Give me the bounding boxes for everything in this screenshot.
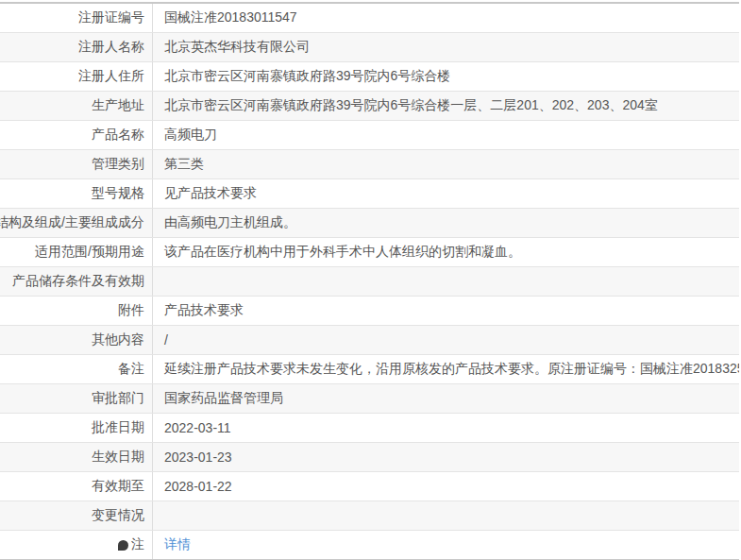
details-link[interactable]: 详情 [164,536,191,553]
row-value: 由高频电刀主机组成。 [153,209,739,237]
row-label: 生产地址 [0,92,153,120]
row-label-text: 注册人住所 [78,68,144,85]
table-row: 注册人住所北京市密云区河南寨镇政府路39号院内6号综合楼 [0,62,739,92]
row-value-text: 延续注册产品技术要求未发生变化，沿用原核发的产品技术要求。原注册证编号：国械注准… [164,361,739,378]
row-label: 结构及组成/主要组成成分 [0,209,153,237]
row-label: 注 [0,531,153,559]
row-label-text: 注 [131,536,144,553]
row-label-text: 生产地址 [92,97,144,114]
row-value [153,501,739,530]
row-value-text: / [164,332,168,348]
row-label: 变更情况 [0,501,153,530]
row-value-text: 北京市密云区河南寨镇政府路39号院内6号综合楼 [164,68,450,85]
row-label-text: 注册人名称 [78,39,144,56]
row-value: 2023-01-23 [153,443,739,471]
row-label-text: 审批部门 [92,390,144,407]
row-value-text: 2028-01-22 [164,479,232,494]
row-value-text: 该产品在医疗机构中用于外科手术中人体组织的切割和凝血。 [164,244,521,261]
table-row: 型号规格见产品技术要求 [0,179,739,209]
row-value: / [153,326,739,354]
row-label-text: 有效期至 [92,478,144,495]
table-row: 生产地址北京市密云区河南寨镇政府路39号院内6号综合楼一层、二层201、202、… [0,92,739,121]
row-value-text: 2023-01-23 [164,450,232,465]
row-label: 产品储存条件及有效期 [0,267,153,296]
row-value-text: 见产品技术要求 [164,185,257,202]
table-row: 注详情 [0,531,739,559]
table-row: 管理类别第三类 [0,150,739,179]
row-value: 见产品技术要求 [153,179,739,208]
row-value: 国械注准20183011547 [153,4,739,32]
table-row: 生效日期2023-01-23 [0,443,739,472]
row-label: 适用范围/预期用途 [0,238,153,266]
table-row: 变更情况 [0,501,739,531]
table-row: 审批部门国家药品监督管理局 [0,384,739,414]
table-row: 注册证编号国械注准20183011547 [0,4,739,33]
row-value-text: 国家药品监督管理局 [164,390,283,407]
row-value-text: 国械注准20183011547 [164,9,297,26]
note-balloon-icon [118,540,128,551]
table-row: 产品储存条件及有效期 [0,267,739,297]
row-label: 型号规格 [0,179,153,208]
row-value: 详情 [153,531,739,559]
table-row: 产品名称高频电刀 [0,121,739,150]
table-row: 有效期至2028-01-22 [0,472,739,501]
row-label: 注册人住所 [0,62,153,91]
row-label-text: 结构及组成/主要组成成分 [0,214,144,231]
row-value: 2028-01-22 [153,472,739,501]
row-label-text: 型号规格 [92,185,144,202]
row-label-text: 注册证编号 [78,9,144,26]
row-value-text: 北京市密云区河南寨镇政府路39号院内6号综合楼一层、二层201、202、203、… [164,97,658,114]
table-row: 结构及组成/主要组成成分由高频电刀主机组成。 [0,209,739,238]
row-label: 注册证编号 [0,4,153,32]
row-value: 产品技术要求 [153,297,739,325]
row-value: 高频电刀 [153,121,739,149]
table-row: 批准日期2022-03-11 [0,414,739,443]
row-value: 北京市密云区河南寨镇政府路39号院内6号综合楼一层、二层201、202、203、… [153,92,739,120]
row-label-text: 产品储存条件及有效期 [12,273,144,290]
row-value-text: 由高频电刀主机组成。 [164,214,296,231]
row-value [153,267,739,296]
row-label: 附件 [0,297,153,325]
row-label-text: 备注 [118,361,144,378]
row-value-text: 产品技术要求 [164,302,244,319]
row-label-text: 附件 [118,302,144,319]
row-value: 该产品在医疗机构中用于外科手术中人体组织的切割和凝血。 [153,238,739,266]
registration-detail-table: 注册证编号国械注准20183011547注册人名称北京英杰华科技有限公司注册人住… [0,2,739,560]
table-row: 注册人名称北京英杰华科技有限公司 [0,33,739,62]
row-value-text: 2022-03-11 [164,420,231,435]
row-label-text: 产品名称 [92,127,144,144]
row-label: 注册人名称 [0,33,153,61]
row-label: 其他内容 [0,326,153,354]
row-label: 批准日期 [0,414,153,442]
row-value: 国家药品监督管理局 [153,384,739,413]
table-row: 附件产品技术要求 [0,297,739,326]
row-label: 有效期至 [0,472,153,501]
row-label: 审批部门 [0,384,153,413]
row-label-text: 生效日期 [92,449,144,466]
row-value-text: 高频电刀 [164,127,217,144]
row-value: 北京市密云区河南寨镇政府路39号院内6号综合楼 [153,62,739,91]
row-label-text: 其他内容 [92,331,144,348]
row-label: 管理类别 [0,150,153,178]
row-value: 第三类 [153,150,739,178]
row-label: 备注 [0,355,153,383]
row-label-text: 管理类别 [92,156,144,173]
row-label-text: 批准日期 [92,419,144,436]
row-value: 延续注册产品技术要求未发生变化，沿用原核发的产品技术要求。原注册证编号：国械注准… [153,355,739,383]
row-label: 产品名称 [0,121,153,149]
row-value-text: 第三类 [164,156,204,173]
row-value-text: 北京英杰华科技有限公司 [164,39,310,56]
table-row: 其他内容/ [0,326,739,355]
table-row: 备注延续注册产品技术要求未发生变化，沿用原核发的产品技术要求。原注册证编号：国械… [0,355,739,384]
table-row: 适用范围/预期用途该产品在医疗机构中用于外科手术中人体组织的切割和凝血。 [0,238,739,267]
row-label-text: 变更情况 [92,507,144,524]
row-label: 生效日期 [0,443,153,471]
row-label-text: 适用范围/预期用途 [35,244,144,261]
row-value: 北京英杰华科技有限公司 [153,33,739,61]
row-value: 2022-03-11 [153,414,739,442]
